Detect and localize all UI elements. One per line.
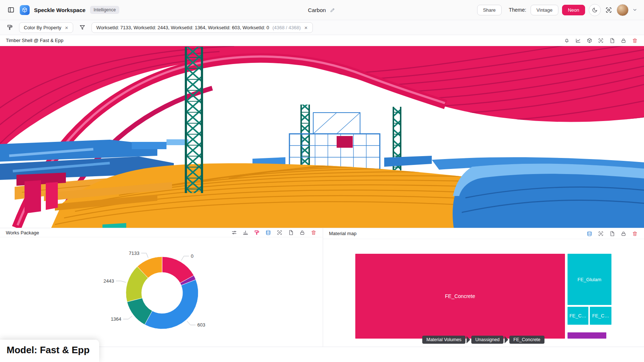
- theme-vintage-button[interactable]: Vintage: [531, 5, 558, 15]
- works-package-toolbar: [231, 229, 317, 236]
- close-icon[interactable]: ×: [65, 25, 69, 30]
- viewer-panel: Timber Shell @ Fast & Epp: [0, 35, 644, 228]
- breadcrumb-item[interactable]: Material Volumes: [422, 336, 465, 344]
- donut-label: 7133: [129, 250, 139, 256]
- database-icon[interactable]: [586, 230, 593, 237]
- donut-callout-line: [187, 321, 195, 325]
- document-title: Carbon: [308, 7, 326, 13]
- line-chart-icon[interactable]: [575, 37, 581, 44]
- scan-icon[interactable]: [598, 37, 604, 44]
- donut-slice-603[interactable]: [145, 280, 198, 329]
- speckle-logo[interactable]: [20, 5, 30, 15]
- cube-icon[interactable]: [586, 37, 593, 44]
- moon-icon[interactable]: [589, 4, 601, 16]
- paint-icon[interactable]: [254, 229, 260, 236]
- bar-chart-icon[interactable]: [242, 229, 249, 236]
- donut-label: 1364: [111, 316, 121, 322]
- scan-icon[interactable]: [598, 230, 604, 237]
- lock-icon[interactable]: [620, 230, 627, 237]
- works-package-panel: Works Package 0603136424437133: [0, 228, 323, 347]
- top-bar: Speckle Workspace Intelligence Carbon Sh…: [0, 0, 644, 20]
- file-icon[interactable]: [288, 229, 294, 236]
- breadcrumb-arrow-icon: [467, 336, 470, 343]
- donut-callout-line: [141, 253, 148, 258]
- donut-callout-line: [123, 316, 132, 319]
- treemap-node-2[interactable]: FE_C…: [568, 307, 588, 325]
- edit-pencil-icon[interactable]: [329, 7, 336, 14]
- works-package-donut-chart: 0603136424437133: [0, 237, 323, 345]
- material-map-panel: Material map FE_ConcreteFE_GlulamFE_C…FE…: [323, 228, 644, 347]
- share-button[interactable]: Share: [477, 5, 502, 15]
- material-map-title: Material map: [329, 231, 356, 236]
- color-by-property-chip[interactable]: Color By Property ×: [19, 22, 73, 33]
- lock-icon[interactable]: [620, 37, 627, 44]
- breadcrumb-item[interactable]: FE_Concrete: [509, 336, 544, 344]
- chevron-down-icon[interactable]: [632, 7, 637, 12]
- bell-icon[interactable]: [564, 37, 570, 44]
- material-map-toolbar: [586, 230, 638, 237]
- sidebar-toggle-icon[interactable]: [7, 5, 15, 14]
- close-icon[interactable]: ×: [304, 25, 308, 30]
- chip-label: WorksetId: 7133, WorksetId: 2443, Workse…: [96, 25, 269, 30]
- file-icon[interactable]: [609, 230, 615, 237]
- viewer-3d-scene[interactable]: [0, 46, 644, 228]
- trash-icon[interactable]: [632, 230, 638, 237]
- scan-icon[interactable]: [276, 229, 283, 236]
- lock-icon[interactable]: [299, 229, 306, 236]
- treemap-node-3[interactable]: FE_C…: [590, 307, 611, 325]
- paint-icon[interactable]: [6, 23, 14, 31]
- workset-filter-chip[interactable]: WorksetId: 7133, WorksetId: 2443, Workse…: [91, 22, 312, 33]
- donut-callout-line: [116, 281, 126, 282]
- donut-label: 2443: [104, 278, 114, 284]
- treemap-node-label: FE_C…: [592, 313, 609, 318]
- donut-callout-line: [181, 256, 189, 260]
- document-title-group: Carbon: [308, 7, 336, 14]
- viewer-toolbar: [564, 37, 638, 44]
- treemap-node-1[interactable]: FE_Glulam: [568, 254, 611, 305]
- theme-neon-button[interactable]: Neon: [562, 5, 585, 15]
- works-package-title: Works Package: [6, 230, 39, 235]
- sliders-icon[interactable]: [231, 229, 237, 236]
- avatar[interactable]: [617, 4, 629, 16]
- app-title: Speckle Workspace: [34, 7, 86, 13]
- treemap-node-0[interactable]: FE_Concrete: [355, 254, 565, 339]
- donut-label: 0: [191, 253, 194, 259]
- viewer-title: Timber Shell @ Fast & Epp: [6, 38, 63, 43]
- breadcrumb-arrow-icon: [505, 336, 508, 343]
- material-treemap: FE_ConcreteFE_GlulamFE_C…FE_C…: [355, 254, 611, 339]
- funnel-icon[interactable]: [78, 23, 86, 31]
- intelligence-badge: Intelligence: [90, 6, 120, 14]
- trash-icon[interactable]: [632, 37, 638, 44]
- database-icon[interactable]: [265, 229, 272, 236]
- chip-count: (4368 / 4368): [272, 25, 300, 30]
- trash-icon[interactable]: [310, 229, 317, 236]
- breadcrumb-item[interactable]: Unassigned: [471, 336, 503, 344]
- donut-label: 603: [197, 322, 205, 328]
- file-icon[interactable]: [609, 37, 615, 44]
- model-label-overlay: Model: Fast & Epp: [0, 340, 99, 362]
- chip-label: Color By Property: [24, 25, 61, 30]
- treemap-node-label: FE_Glulam: [577, 277, 601, 282]
- scene-geometry: [0, 46, 644, 228]
- treemap-node-label: FE_C…: [569, 313, 586, 318]
- scan-icon[interactable]: [604, 6, 613, 14]
- treemap-node-label: FE_Concrete: [445, 293, 475, 299]
- theme-label: Theme:: [509, 7, 526, 13]
- filter-bar: Color By Property × WorksetId: 7133, Wor…: [0, 20, 644, 35]
- breadcrumb: Material VolumesUnassignedFE_Concrete: [355, 336, 611, 344]
